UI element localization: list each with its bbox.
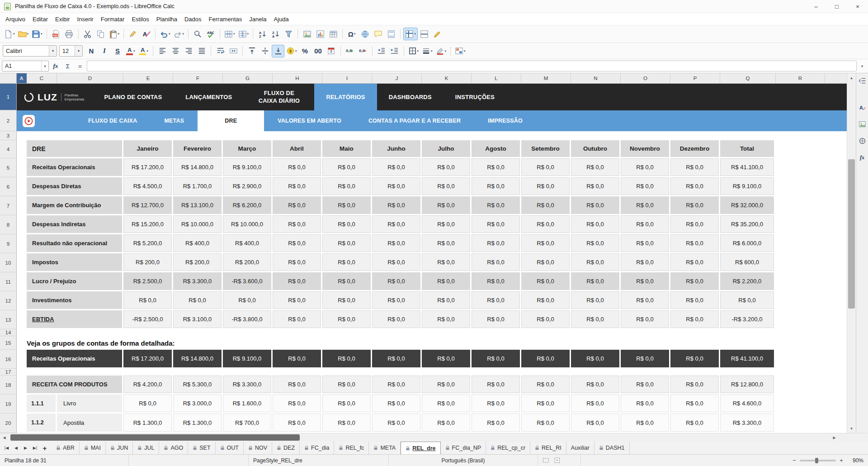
app-nav-tab[interactable]: LANÇAMENTOS xyxy=(174,84,244,110)
value-cell[interactable]: R$ 0,0 xyxy=(273,376,321,393)
value-cell[interactable]: R$ 0,0 xyxy=(472,272,520,290)
value-cell[interactable]: R$ 0,0 xyxy=(571,395,619,412)
value-cell[interactable]: R$ 0,0 xyxy=(372,234,420,252)
pivot-table-button[interactable] xyxy=(327,28,340,40)
sort-descending-button[interactable] xyxy=(269,28,282,40)
scroll-down-icon[interactable]: ▼ xyxy=(847,424,856,433)
month-header-cell[interactable]: Novembro xyxy=(621,140,669,157)
value-cell[interactable]: R$ 0,0 xyxy=(521,395,570,412)
dropdown-icon[interactable]: ▾ xyxy=(295,49,297,53)
month-header-cell[interactable]: Janeiro xyxy=(123,140,172,157)
chevron-down-icon[interactable]: ▾ xyxy=(75,46,82,56)
value-cell[interactable]: R$ 0,0 xyxy=(472,215,520,233)
value-cell[interactable]: R$ 17.200,0 xyxy=(123,350,172,367)
value-cell[interactable]: R$ 0,0 xyxy=(322,376,371,393)
row-button[interactable]: ▾ xyxy=(223,28,236,40)
scroll-up-icon[interactable]: ▲ xyxy=(847,73,856,82)
open-button[interactable]: ▾ xyxy=(17,28,30,40)
format-currency-button[interactable]: ▾ xyxy=(285,45,298,57)
dropdown-icon[interactable]: ▾ xyxy=(445,49,447,53)
dropdown-icon[interactable]: ▾ xyxy=(183,32,184,36)
value-cell[interactable]: R$ 0,0 xyxy=(322,350,371,367)
menu-item[interactable]: Ferramentas xyxy=(205,14,246,24)
value-cell[interactable]: R$ 0,0 xyxy=(670,158,719,176)
app-nav-tab[interactable]: RELATÓRIOS xyxy=(314,84,377,110)
value-cell[interactable]: R$ 0,0 xyxy=(621,395,669,412)
value-cell[interactable]: -R$ 3.800,0 xyxy=(223,310,271,328)
value-cell[interactable]: R$ 0,0 xyxy=(521,272,570,290)
sheet-tab[interactable]: DASH1 xyxy=(594,442,630,454)
value-cell[interactable]: R$ 0,0 xyxy=(422,234,470,252)
menu-item[interactable]: Formatar xyxy=(97,14,128,24)
value-cell[interactable]: R$ 0,0 xyxy=(621,196,669,214)
value-cell[interactable]: R$ 0,0 xyxy=(621,158,669,176)
dropdown-icon[interactable]: ▾ xyxy=(431,49,433,53)
value-cell[interactable]: R$ 0,0 xyxy=(422,253,470,271)
value-cell[interactable]: R$ 0,0 xyxy=(372,253,420,271)
value-cell[interactable]: R$ 2.200,0 xyxy=(720,272,774,290)
value-cell[interactable]: R$ 0,0 xyxy=(621,215,669,233)
value-cell[interactable]: R$ 0,0 xyxy=(670,253,719,271)
sheet-tab[interactable]: Auxiliar xyxy=(566,442,594,454)
insert-chart-button[interactable] xyxy=(314,28,326,40)
sheet-tab[interactable]: META xyxy=(369,442,401,454)
new-document-button[interactable]: ▾ xyxy=(3,28,16,40)
sheet-tab[interactable]: AGO xyxy=(159,442,188,454)
horizontal-scrollbar[interactable]: ◀ ▶ xyxy=(0,433,868,442)
account-name[interactable]: Apostila xyxy=(57,414,122,432)
sheet-tab[interactable]: FC_dia xyxy=(300,442,334,454)
value-cell[interactable]: R$ 0,0 xyxy=(720,291,774,309)
value-cell[interactable]: R$ 0,0 xyxy=(273,310,321,328)
page-style-status[interactable]: PageStyle_REL_dre xyxy=(249,455,389,466)
decrease-indent-button[interactable] xyxy=(388,45,401,57)
close-button[interactable]: × xyxy=(847,0,868,13)
row-header[interactable]: 15 xyxy=(0,336,17,350)
value-cell[interactable]: R$ 0,0 xyxy=(621,272,669,290)
add-decimal-button[interactable] xyxy=(344,45,356,57)
row-header[interactable]: 10 xyxy=(0,253,17,272)
format-date-button[interactable] xyxy=(325,45,338,57)
account-code[interactable]: 1.1.1 xyxy=(27,395,56,412)
value-cell[interactable]: R$ 200,0 xyxy=(123,253,172,271)
month-header-cell[interactable]: Março xyxy=(223,140,271,157)
month-header-cell[interactable]: Agosto xyxy=(472,140,520,157)
value-cell[interactable]: R$ 0,0 xyxy=(273,350,321,367)
font-color-button[interactable]: A▾ xyxy=(124,45,137,57)
value-cell[interactable]: R$ 15.200,0 xyxy=(123,215,172,233)
value-cell[interactable]: R$ 0,0 xyxy=(422,215,470,233)
value-cell[interactable]: R$ 41.100,0 xyxy=(720,158,774,176)
value-cell[interactable]: R$ 0,0 xyxy=(621,234,669,252)
value-cell[interactable]: R$ 0,0 xyxy=(571,215,619,233)
dropdown-icon[interactable]: ▾ xyxy=(464,49,466,53)
clear-formatting-button[interactable] xyxy=(140,28,152,40)
value-cell[interactable]: R$ 5.200,0 xyxy=(123,234,172,252)
bold-button[interactable]: N xyxy=(85,45,98,57)
value-cell[interactable]: R$ 0,0 xyxy=(273,414,321,432)
value-cell[interactable]: R$ 0,0 xyxy=(571,253,619,271)
menu-item[interactable]: Dados xyxy=(181,14,205,24)
value-cell[interactable]: R$ 0,0 xyxy=(521,158,570,176)
value-cell[interactable]: R$ 0,0 xyxy=(422,350,470,367)
value-cell[interactable]: R$ 1.700,0 xyxy=(173,177,222,195)
app-nav-tab[interactable]: FLUXO DE CAIXA DIÁRIO xyxy=(244,84,314,110)
selection-mode-icon[interactable] xyxy=(542,457,549,464)
value-cell[interactable]: R$ 12.800,0 xyxy=(720,376,774,393)
sheet-tab[interactable]: REL_fc xyxy=(334,442,369,454)
month-header-cell[interactable]: Setembro xyxy=(521,140,570,157)
vertical-scroll-thumb[interactable] xyxy=(848,159,855,309)
value-cell[interactable]: R$ 0,0 xyxy=(571,376,619,393)
dropdown-icon[interactable]: ▾ xyxy=(41,32,42,36)
value-cell[interactable]: R$ 0,0 xyxy=(322,272,371,290)
value-cell[interactable]: R$ 0,0 xyxy=(621,414,669,432)
delete-decimal-button[interactable] xyxy=(357,45,369,57)
value-cell[interactable]: R$ 10.000,0 xyxy=(223,215,271,233)
value-cell[interactable]: R$ 0,0 xyxy=(273,291,321,309)
value-cell[interactable]: R$ 0,0 xyxy=(372,350,420,367)
sheet-tab[interactable]: REL_RI xyxy=(530,442,566,454)
autofilter-button[interactable] xyxy=(282,28,295,40)
undo-button[interactable]: ▾ xyxy=(158,28,172,40)
sheet-tab[interactable]: MAI xyxy=(80,442,106,454)
formula-button[interactable]: = xyxy=(75,61,85,71)
value-cell[interactable]: R$ 0,0 xyxy=(273,253,321,271)
dropdown-icon[interactable]: ▾ xyxy=(354,32,356,36)
